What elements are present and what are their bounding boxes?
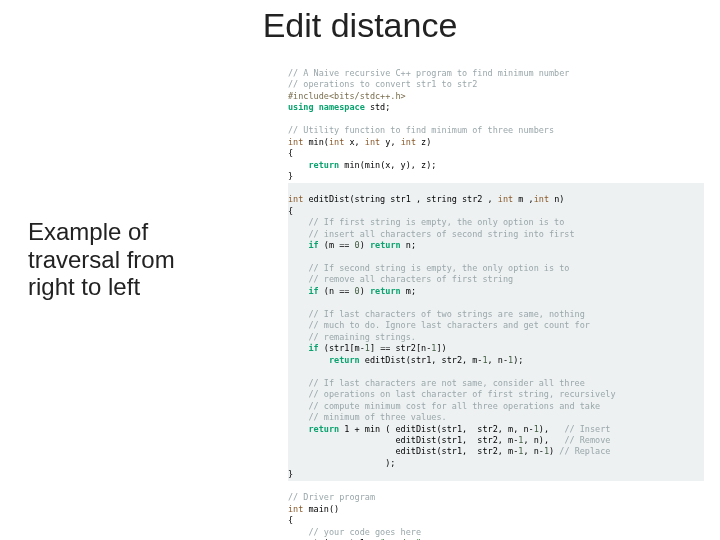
- code-line: // Driver program: [288, 492, 375, 502]
- code-token: m ,: [513, 194, 533, 204]
- code-line: {: [288, 206, 293, 216]
- code-token: z): [416, 137, 431, 147]
- code-token: 1 + min ( editDist(str1, str2, m, n-: [339, 424, 533, 434]
- highlighted-block: int editDist(string str1 , string str2 ,…: [288, 183, 704, 481]
- code-line: {: [288, 515, 293, 525]
- code-line: // Utility function to find minimum of t…: [288, 125, 554, 135]
- code-token: if: [288, 286, 319, 296]
- code-token: n;: [401, 240, 416, 250]
- code-token: editDist(string str1 , string str2 ,: [303, 194, 497, 204]
- code-line: // insert all characters of second strin…: [288, 229, 575, 239]
- code-line: // A Naive recursive C++ program to find…: [288, 68, 569, 78]
- code-token: m;: [401, 286, 416, 296]
- code-token: int: [498, 194, 513, 204]
- code-token: // Insert: [564, 424, 610, 434]
- code-line: // operations on last character of first…: [288, 389, 616, 399]
- code-line: // If first string is empty, the only op…: [288, 217, 564, 227]
- code-line: #include<bits/stdc++.h>: [288, 91, 406, 101]
- code-token: int: [288, 194, 303, 204]
- code-line: // your code goes here: [288, 527, 421, 537]
- code-token: // Remove: [564, 435, 610, 445]
- code-token: , n),: [523, 435, 564, 445]
- code-token: return: [288, 424, 339, 434]
- code-token: ] == str2[n-: [370, 343, 431, 353]
- code-token: return: [370, 240, 401, 250]
- code-line: // remaining strings.: [288, 332, 416, 342]
- code-token: main(): [303, 504, 339, 514]
- code-token: return: [370, 286, 401, 296]
- code-token: int: [401, 137, 416, 147]
- code-token: (str1[m-: [319, 343, 365, 353]
- code-line: );: [288, 458, 395, 468]
- code-token: x,: [344, 137, 364, 147]
- code-line: // remove all characters of first string: [288, 274, 513, 284]
- code-token: std;: [365, 102, 391, 112]
- code-line: {: [288, 148, 293, 158]
- code-token: , n-: [488, 355, 508, 365]
- code-token: editDist(str1, str2, m-: [288, 446, 518, 456]
- code-token: ): [360, 240, 370, 250]
- code-line: // compute minimum cost for all three op…: [288, 401, 600, 411]
- code-token: y,: [380, 137, 400, 147]
- code-token: int: [288, 137, 303, 147]
- code-token: editDist(str1, str2, m-: [288, 435, 518, 445]
- code-token: if: [288, 343, 319, 353]
- code-token: // Replace: [559, 446, 610, 456]
- code-token: return: [288, 160, 339, 170]
- code-token: min(min(x, y), z);: [339, 160, 436, 170]
- side-description: Example of traversal from right to left: [28, 218, 228, 301]
- code-line: // If second string is empty, the only o…: [288, 263, 569, 273]
- code-line: }: [288, 469, 293, 479]
- code-line: // operations to convert str1 to str2: [288, 79, 477, 89]
- code-line: }: [288, 171, 293, 181]
- code-token: using namespace: [288, 102, 365, 112]
- code-line: // If last characters of two strings are…: [288, 309, 585, 319]
- code-token: if: [288, 240, 319, 250]
- code-snippet: // A Naive recursive C++ program to find…: [288, 68, 704, 536]
- code-token: ),: [539, 424, 565, 434]
- code-token: int: [288, 504, 303, 514]
- code-token: ): [360, 286, 370, 296]
- code-token: editDist(str1, str2, m-: [360, 355, 483, 365]
- code-token: ]): [436, 343, 446, 353]
- code-line: // much to do. Ignore last characters an…: [288, 320, 590, 330]
- code-line: // If last characters are not same, cons…: [288, 378, 585, 388]
- code-line: // minimum of three values.: [288, 412, 447, 422]
- code-token: n): [549, 194, 564, 204]
- code-token: int: [365, 137, 380, 147]
- slide: Edit distance Example of traversal from …: [0, 0, 720, 540]
- code-token: (m ==: [319, 240, 355, 250]
- slide-title: Edit distance: [0, 6, 720, 45]
- code-token: int: [534, 194, 549, 204]
- code-token: int: [329, 137, 344, 147]
- code-token: ): [549, 446, 559, 456]
- code-token: return: [288, 355, 360, 365]
- code-token: (n ==: [319, 286, 355, 296]
- code-token: , n-: [523, 446, 543, 456]
- code-token: min(: [303, 137, 329, 147]
- code-token: );: [513, 355, 523, 365]
